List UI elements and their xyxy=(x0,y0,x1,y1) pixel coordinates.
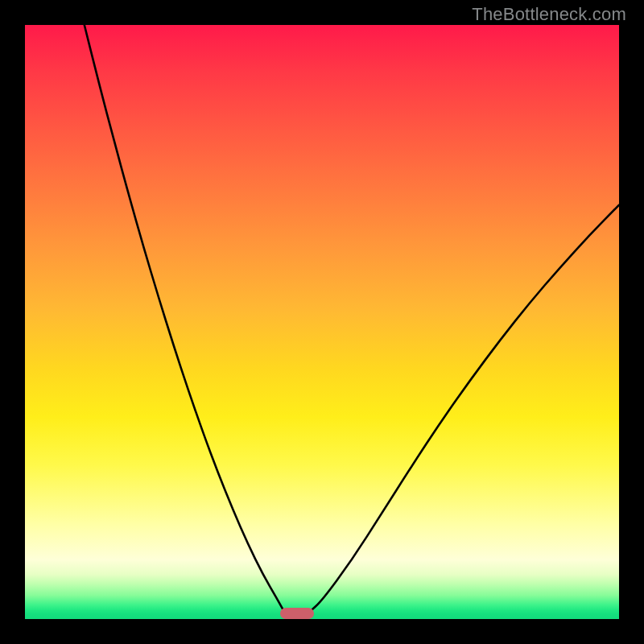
watermark-text: TheBottleneck.com xyxy=(472,4,626,25)
chart-container: TheBottleneck.com xyxy=(0,0,644,644)
curve-right-branch xyxy=(310,205,619,612)
plot-area xyxy=(25,25,619,619)
bottom-marker xyxy=(280,608,315,619)
curve-left-branch xyxy=(85,25,284,611)
curve-layer xyxy=(25,25,619,619)
